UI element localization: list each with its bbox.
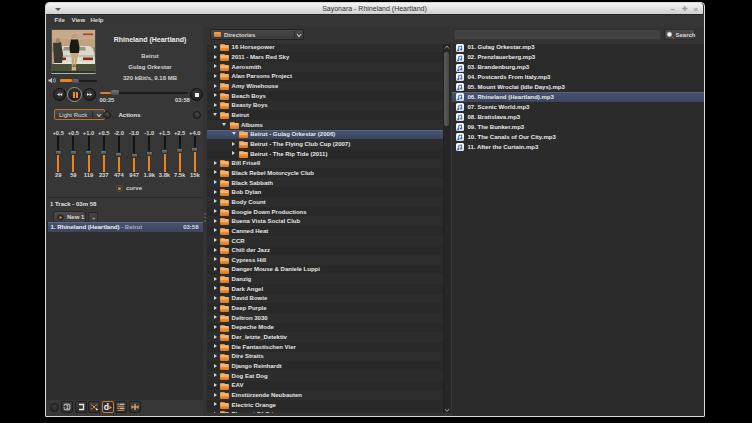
svg-text:d: d: [103, 402, 108, 412]
svg-text:1: 1: [66, 405, 69, 410]
